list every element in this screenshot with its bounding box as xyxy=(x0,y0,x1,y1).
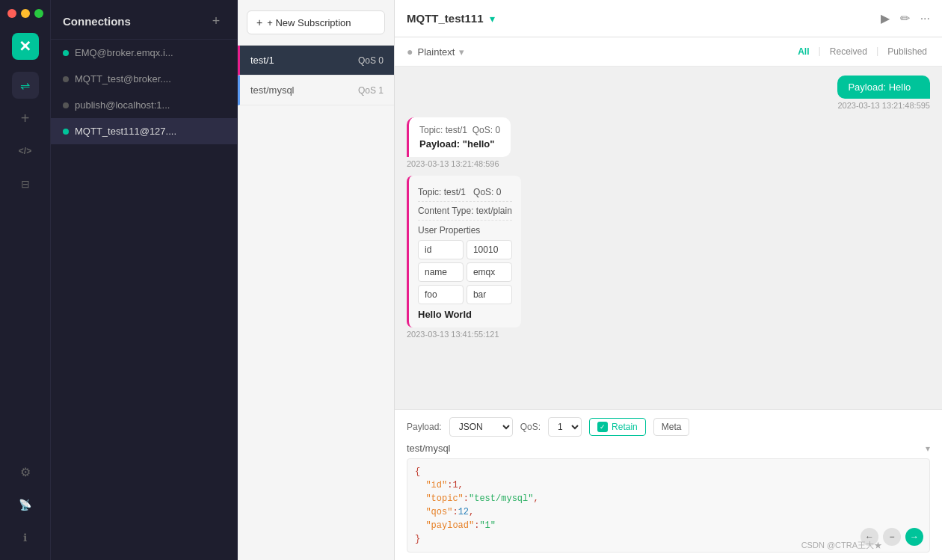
filter-all-button[interactable]: All xyxy=(795,45,812,58)
filter-bar: ● Plaintext ▾ All | Received | Published xyxy=(395,37,942,67)
topbar: MQTT_test111 ▾ ▶ ✏ ··· xyxy=(395,0,942,37)
code-close-brace: } xyxy=(415,534,420,544)
messages-container: Payload: Hello 2023-03-13 13:21:48:595 T… xyxy=(395,67,942,409)
message-payload: Payload: "hello" xyxy=(419,138,500,150)
filter-received-button[interactable]: Received xyxy=(827,45,870,58)
prop-value-foo: bar xyxy=(467,285,512,304)
detail-body: Hello World xyxy=(418,309,512,320)
meta-button[interactable]: Meta xyxy=(653,418,690,436)
code-comma-2: , xyxy=(533,493,538,504)
detail-content-type: text/plain xyxy=(476,206,512,216)
sidebar-item-code[interactable]: </> xyxy=(12,138,39,164)
code-value-3: 12 xyxy=(458,507,469,517)
filter-left: ● Plaintext ▾ xyxy=(407,46,464,58)
edit-icon[interactable]: ✏ xyxy=(900,11,910,25)
publisher-options: Payload: JSON Plaintext Hex QoS: 1 0 2 R… xyxy=(407,417,930,437)
qos-value-select[interactable]: 1 0 2 xyxy=(548,417,582,437)
connections-header: Connections + xyxy=(51,0,237,40)
connection-status-dot xyxy=(63,102,69,108)
topic-input[interactable]: test/mysql xyxy=(407,443,926,454)
more-icon[interactable]: ··· xyxy=(920,12,930,25)
payload-format-select[interactable]: JSON Plaintext Hex xyxy=(449,417,513,437)
qos-label: QoS: xyxy=(520,422,541,432)
subscriptions-panel: + + New Subscription test/1 QoS 0 test/m… xyxy=(238,0,395,560)
received-message-detail: Topic: test/1 QoS: 0 Content Type: text/… xyxy=(407,176,521,339)
connection-status-dot xyxy=(63,76,69,82)
main-content: MQTT_test111 ▾ ▶ ✏ ··· ● Plaintext ▾ All… xyxy=(395,0,942,560)
detail-message-time: 2023-03-13 13:41:55:121 xyxy=(407,330,521,339)
traffic-lights xyxy=(7,9,43,18)
topic-bar: test/mysql ▾ xyxy=(407,443,930,454)
received-message-simple: Topic: test/1 QoS: 0 Payload: "hello" 20… xyxy=(407,117,511,168)
code-colon-3: : xyxy=(452,507,458,517)
received-message-bubble: Topic: test/1 QoS: 0 Payload: "hello" xyxy=(407,117,511,157)
new-subscription-label: + New Subscription xyxy=(267,17,351,28)
subscription-qos: QoS 0 xyxy=(358,55,384,66)
sidebar-item-wifi[interactable]: 📡 xyxy=(12,491,39,518)
sidebar-item-add[interactable]: + xyxy=(12,105,39,132)
minimize-button[interactable] xyxy=(21,9,30,18)
code-value-4: "1" xyxy=(479,520,496,531)
app-icon: ✕ xyxy=(12,33,39,60)
connection-item-emq[interactable]: EMQ@broker.emqx.i... xyxy=(51,40,237,66)
user-properties-title: User Properties xyxy=(418,225,512,236)
connections-panel: Connections + EMQ@broker.emqx.i... MQTT_… xyxy=(51,0,238,560)
play-icon[interactable]: ▶ xyxy=(881,11,890,25)
sidebar-item-data[interactable]: ⊟ xyxy=(12,170,39,197)
sidebar-item-settings[interactable]: ⚙ xyxy=(12,458,39,485)
topbar-dropdown-icon[interactable]: ▾ xyxy=(490,13,495,25)
connection-status-dot xyxy=(63,50,69,56)
filter-dropdown-icon[interactable]: ▾ xyxy=(459,46,464,58)
connections-title: Connections xyxy=(63,15,131,28)
code-colon-1: :1, xyxy=(447,480,464,490)
sidebar-item-info[interactable]: ℹ xyxy=(12,524,39,551)
payload-label: Payload: xyxy=(407,422,442,432)
code-line-3: "qos" xyxy=(415,507,452,517)
connection-label: MQTT_test111@127.... xyxy=(75,126,176,137)
detail-content-type-row: Content Type: text/plain xyxy=(418,202,512,221)
close-button[interactable] xyxy=(7,9,16,18)
prop-value-id: 10010 xyxy=(467,240,512,259)
prop-key-id: id xyxy=(418,240,464,259)
subscription-item-test1[interactable]: test/1 QoS 0 xyxy=(238,46,394,76)
topbar-left: MQTT_test111 ▾ xyxy=(407,12,495,25)
sidebar-item-connections[interactable]: ⇌ xyxy=(12,72,39,99)
code-line-4: "payload" xyxy=(415,520,474,531)
subscriptions-header: + + New Subscription xyxy=(238,0,394,46)
filter-plaintext-label[interactable]: Plaintext xyxy=(417,46,455,58)
code-editor[interactable]: { "id":1, "topic":"test/mysql", "qos":12… xyxy=(407,458,930,553)
connection-item-mqtt-test[interactable]: MQTT_test@broker.... xyxy=(51,66,237,92)
connection-item-mqtt-test111[interactable]: MQTT_test111@127.... xyxy=(51,118,237,144)
message-qos: 0 xyxy=(495,125,500,135)
code-block-wrapper: { "id":1, "topic":"test/mysql", "qos":12… xyxy=(407,458,930,553)
prop-key-name: name xyxy=(418,262,464,282)
sent-payload: Payload: Hello xyxy=(848,81,911,93)
topbar-title: MQTT_test111 xyxy=(407,12,484,25)
publish-send-button[interactable]: → xyxy=(905,528,923,546)
maximize-button[interactable] xyxy=(34,9,43,18)
detail-topic: test/1 xyxy=(444,187,466,197)
connection-item-publish[interactable]: publish@localhost:1... xyxy=(51,92,237,118)
add-connection-button[interactable]: + xyxy=(207,12,225,30)
code-value-2: "test/mysql" xyxy=(469,493,533,504)
subscription-qos: QoS 1 xyxy=(358,85,384,96)
connection-status-dot xyxy=(63,129,69,135)
new-subscription-button[interactable]: + + New Subscription xyxy=(247,10,385,34)
retain-button[interactable]: Retain xyxy=(589,418,646,436)
user-properties-grid: id 10010 name emqx foo bar xyxy=(418,240,512,304)
code-comma-3: , xyxy=(469,507,474,517)
subscription-topic: test/mysql xyxy=(250,84,295,96)
connection-label: MQTT_test@broker.... xyxy=(75,73,171,84)
publish-minus-button[interactable]: − xyxy=(883,528,901,546)
publisher-bar: Payload: JSON Plaintext Hex QoS: 1 0 2 R… xyxy=(395,409,942,560)
filter-right: All | Received | Published xyxy=(795,45,930,58)
subscription-item-testmysql[interactable]: test/mysql QoS 1 xyxy=(238,76,394,105)
topbar-actions: ▶ ✏ ··· xyxy=(881,11,930,25)
topic-chevron-icon[interactable]: ▾ xyxy=(926,443,930,454)
received-detail-bubble: Topic: test/1 QoS: 0 Content Type: text/… xyxy=(407,176,521,327)
filter-published-button[interactable]: Published xyxy=(884,45,930,58)
detail-topic-row: Topic: test/1 QoS: 0 xyxy=(418,183,512,202)
code-line-1: "id" xyxy=(415,480,447,490)
detail-qos: 0 xyxy=(496,187,502,197)
subscription-topic: test/1 xyxy=(250,55,274,66)
